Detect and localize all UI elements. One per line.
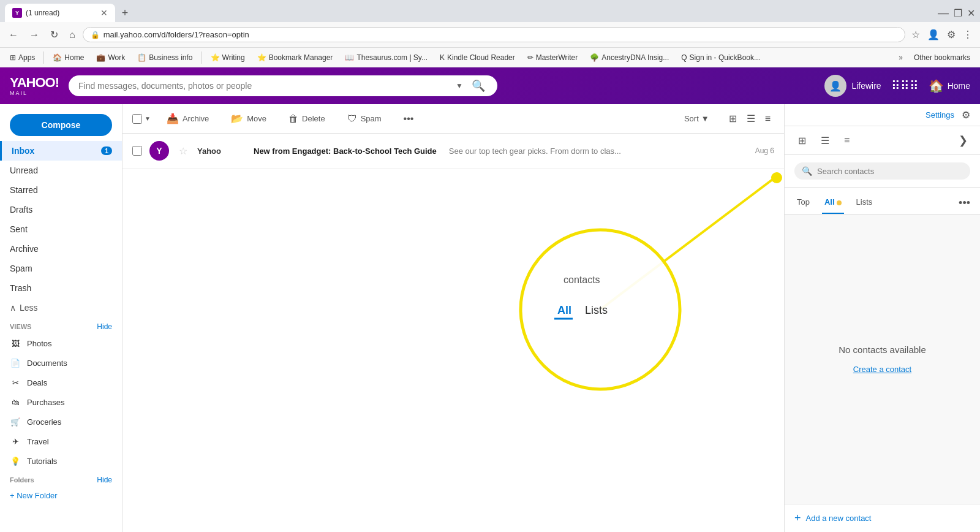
- inbox-label: Inbox: [12, 146, 34, 156]
- sidebar-item-tutorials[interactable]: 💡 Tutorials: [0, 451, 122, 471]
- sender-avatar: Y: [149, 141, 169, 161]
- documents-label: Documents: [27, 359, 67, 368]
- sidebar-item-starred[interactable]: Starred: [0, 180, 122, 200]
- home-link[interactable]: 🏠 Home: [929, 78, 970, 93]
- sidebar-item-travel[interactable]: ✈ Travel: [0, 431, 122, 451]
- apps-grid-icon[interactable]: ⠿⠿⠿: [891, 78, 919, 93]
- contacts-search-box[interactable]: 🔍: [794, 162, 970, 180]
- view-toggle-compact-button[interactable]: ☰: [743, 110, 759, 127]
- archive-button[interactable]: 📥 Archive: [160, 109, 215, 128]
- email-checkbox[interactable]: [132, 146, 142, 156]
- address-bar[interactable]: 🔒 mail.yahoo.com/d/folders/1?reason=opti…: [83, 27, 905, 42]
- active-tab[interactable]: Y (1 unread) ✕: [5, 4, 115, 22]
- sidebar-item-archive[interactable]: Archive: [0, 239, 122, 259]
- sidebar: Compose Inbox 1 Unread Starred Drafts Se…: [0, 104, 123, 532]
- close-button[interactable]: ✕: [967, 7, 975, 19]
- tab-lists[interactable]: Lists: [854, 192, 875, 214]
- tab-all[interactable]: All: [822, 192, 844, 214]
- new-folder-button[interactable]: + New Folder: [0, 487, 122, 504]
- bookmark-ancestry[interactable]: 🌳 AncestryDNA Insig...: [585, 52, 674, 63]
- folders-hide-button[interactable]: Hide: [97, 476, 112, 484]
- sidebar-item-unread[interactable]: Unread: [0, 161, 122, 180]
- minimize-button[interactable]: —: [938, 7, 949, 20]
- search-chevron-icon[interactable]: ▼: [456, 82, 463, 90]
- search-input[interactable]: [78, 81, 450, 91]
- views-label: Views: [10, 323, 31, 330]
- home-icon: 🏠: [929, 78, 944, 93]
- contacts-compact-icon[interactable]: ≡: [840, 132, 853, 148]
- sidebar-item-drafts[interactable]: Drafts: [0, 200, 122, 219]
- sidebar-item-sent[interactable]: Sent: [0, 219, 122, 239]
- spam-label: Spam: [361, 114, 382, 123]
- tutorials-label: Tutorials: [27, 457, 57, 466]
- sidebar-item-spam[interactable]: Spam: [0, 259, 122, 278]
- tab-title: (1 unread): [26, 9, 94, 17]
- bookmarks-icon[interactable]: ☆: [909, 26, 922, 43]
- bookmark-bookmark-manager[interactable]: ⭐ Bookmark Manager: [252, 52, 338, 63]
- sidebar-item-deals[interactable]: ✂ Deals: [0, 373, 122, 392]
- contacts-search-input[interactable]: [817, 167, 963, 176]
- views-hide-button[interactable]: Hide: [97, 322, 112, 331]
- new-tab-button[interactable]: +: [116, 4, 134, 21]
- travel-icon: ✈: [10, 436, 21, 447]
- spam-button[interactable]: 🛡 Spam: [341, 110, 388, 128]
- tutorials-icon: 💡: [10, 455, 21, 466]
- sidebar-item-groceries[interactable]: 🛒 Groceries: [0, 412, 122, 431]
- bookmark-apps[interactable]: ⊞ Apps: [5, 52, 40, 63]
- bookmark-work[interactable]: 💼 Work: [91, 52, 130, 63]
- add-contact-footer[interactable]: + Add a new contact: [785, 504, 980, 532]
- forward-button[interactable]: →: [26, 27, 43, 43]
- back-button[interactable]: ←: [5, 27, 22, 43]
- bookmark-kindle[interactable]: K Kindle Cloud Reader: [435, 52, 520, 63]
- user-info[interactable]: 👤 Lifewire: [824, 75, 881, 97]
- view-toggle-list-button[interactable]: ≡: [761, 110, 774, 127]
- view-toggle-grid-button[interactable]: ⊞: [725, 110, 741, 127]
- contacts-grid-icon[interactable]: ⊞: [794, 132, 810, 149]
- select-all-checkbox[interactable]: [132, 114, 142, 124]
- bookmark-writing[interactable]: ⭐ Writing: [206, 52, 250, 63]
- home-nav-button[interactable]: ⌂: [66, 27, 79, 43]
- apps-icon: ⊞: [10, 53, 16, 62]
- sidebar-item-trash[interactable]: Trash: [0, 278, 122, 298]
- spam-label: Spam: [10, 264, 32, 273]
- star-icon[interactable]: ☆: [179, 145, 187, 157]
- refresh-button[interactable]: ↻: [47, 26, 62, 43]
- select-dropdown-icon[interactable]: ▼: [145, 115, 151, 122]
- profile-icon[interactable]: 👤: [925, 26, 942, 43]
- settings-link[interactable]: Settings: [925, 110, 954, 120]
- sidebar-item-photos[interactable]: 🖼 Photos: [0, 333, 122, 353]
- search-bar[interactable]: ▼ 🔍: [69, 75, 497, 96]
- bookmarks-more-button[interactable]: »: [895, 52, 907, 63]
- collapse-panel-button[interactable]: ❯: [956, 131, 970, 150]
- bookmark-thesaurus[interactable]: 📖 Thesaurus.com | Sy...: [340, 52, 432, 63]
- compose-button[interactable]: Compose: [10, 114, 112, 136]
- extensions-icon[interactable]: ⚙: [944, 26, 958, 43]
- window-controls: — ❐ ✕: [938, 7, 975, 20]
- bookmark-home[interactable]: 🏠 Home: [48, 52, 89, 63]
- more-button[interactable]: •••: [398, 110, 420, 128]
- menu-icon[interactable]: ⋮: [960, 26, 975, 43]
- table-row[interactable]: Y ☆ Yahoo New from Engadget: Back-to-Sch…: [123, 134, 784, 169]
- bookmark-label: Writing: [222, 53, 245, 62]
- create-contact-link[interactable]: Create a contact: [853, 365, 911, 374]
- sidebar-item-documents[interactable]: 📄 Documents: [0, 353, 122, 373]
- email-sender: Yahoo: [197, 146, 246, 156]
- sort-button[interactable]: Sort ▼: [678, 110, 715, 127]
- settings-icon[interactable]: ⚙: [962, 109, 970, 121]
- bookmark-business[interactable]: 📋 Business info: [132, 52, 197, 63]
- search-button[interactable]: 🔍: [469, 79, 488, 93]
- sidebar-item-purchases[interactable]: 🛍 Purchases: [0, 392, 122, 412]
- contacts-list-icon[interactable]: ☰: [817, 132, 833, 149]
- delete-button[interactable]: 🗑 Delete: [282, 110, 331, 128]
- bookmark-masterwriter[interactable]: ✏ MasterWriter: [522, 52, 582, 63]
- star-icon: ⭐: [211, 53, 220, 62]
- contacts-tab-more-icon[interactable]: •••: [959, 197, 970, 210]
- bookmark-quickbooks[interactable]: Q Sign in - QuickBook...: [676, 52, 765, 63]
- less-toggle[interactable]: ∧ Less: [0, 298, 122, 317]
- bookmark-other[interactable]: Other bookmarks: [909, 52, 975, 63]
- move-button[interactable]: 📂 Move: [225, 109, 273, 128]
- maximize-button[interactable]: ❐: [954, 7, 962, 19]
- sidebar-item-inbox[interactable]: Inbox 1: [0, 141, 122, 161]
- tab-top[interactable]: Top: [794, 192, 812, 214]
- tab-close-button[interactable]: ✕: [100, 8, 108, 18]
